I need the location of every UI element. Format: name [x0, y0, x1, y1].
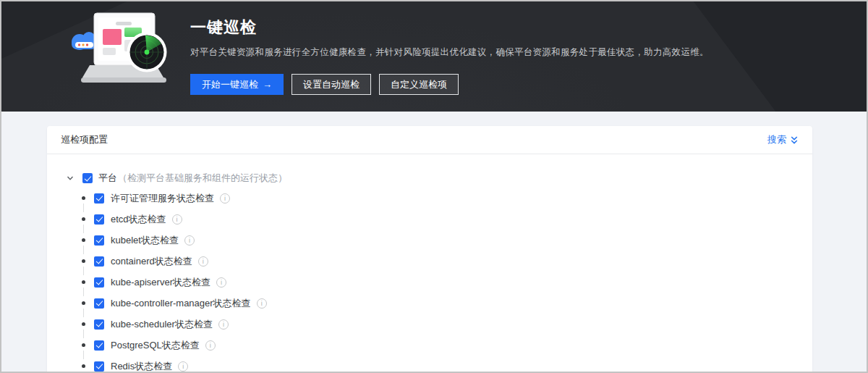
- page-description: 对平台关键资源和服务进行全方位健康检查，并针对风险项提出优化建议，确保平台资源和…: [190, 46, 709, 59]
- inspection-page: 一键巡检 对平台关键资源和服务进行全方位健康检查，并针对风险项提出优化建议，确保…: [0, 0, 868, 373]
- tree-item-license-check: 许可证管理服务状态检查 i: [66, 188, 795, 209]
- hero-buttons: 开始一键巡检 → 设置自动巡检 自定义巡检项: [190, 74, 709, 95]
- tree-node-platform: 平台 （检测平台基础服务和组件的运行状态）: [66, 169, 795, 188]
- arrow-right-icon: →: [263, 79, 272, 90]
- item-label: kube-scheduler状态检查: [111, 318, 213, 331]
- info-icon[interactable]: i: [198, 256, 208, 267]
- search-label: 搜索: [767, 133, 786, 146]
- double-chevron-down-icon: [790, 135, 799, 145]
- auto-inspection-settings-button[interactable]: 设置自动巡检: [292, 74, 371, 95]
- info-icon[interactable]: i: [216, 277, 226, 288]
- item-label: Redis状态检查: [111, 360, 172, 373]
- cloud-icon: [72, 32, 96, 50]
- info-icon[interactable]: i: [218, 319, 229, 330]
- tree-item-kube-controller-manager-check: kube-controller-manager状态检查 i: [66, 293, 795, 314]
- item-checkbox[interactable]: [94, 298, 104, 309]
- radar-icon: [127, 33, 167, 72]
- item-label: kube-controller-manager状态检查: [111, 297, 251, 310]
- bullet-icon: [82, 238, 85, 242]
- start-inspection-label: 开始一键巡检: [202, 78, 258, 91]
- item-checkbox[interactable]: [94, 193, 104, 204]
- bullet-icon: [82, 259, 85, 263]
- item-label: kubelet状态检查: [111, 234, 179, 247]
- tree-item-containerd-check: containerd状态检查 i: [66, 251, 795, 272]
- item-checkbox[interactable]: [94, 256, 104, 267]
- info-icon[interactable]: i: [178, 361, 188, 372]
- search-toggle[interactable]: 搜索: [767, 133, 799, 146]
- item-checkbox[interactable]: [94, 214, 104, 225]
- tree-item-kubelet-check: kubelet状态检查 i: [66, 230, 795, 251]
- item-label: PostgreSQL状态检查: [111, 339, 200, 352]
- item-label: containerd状态检查: [111, 255, 192, 268]
- info-icon[interactable]: i: [172, 214, 182, 225]
- custom-inspection-items-button[interactable]: 自定义巡检项: [379, 74, 459, 95]
- tree-item-redis-check: Redis状态检查 i: [66, 356, 795, 373]
- bullet-icon: [82, 343, 85, 347]
- tree-item-postgresql-check: PostgreSQL状态检查 i: [66, 335, 795, 356]
- custom-inspection-label: 自定义巡检项: [391, 78, 447, 91]
- platform-description: （检测平台基础服务和组件的运行状态）: [118, 172, 287, 185]
- auto-inspection-label: 设置自动巡检: [303, 78, 359, 91]
- inspection-config-card: 巡检项配置 搜索 平台 （检测平台基础服务和组件的运行状态）: [47, 126, 812, 373]
- hero-banner: 一键巡检 对平台关键资源和服务进行全方位健康检查，并针对风险项提出优化建议，确保…: [1, 1, 867, 112]
- inspection-illustration-icon: [65, 6, 175, 106]
- item-checkbox[interactable]: [94, 277, 104, 288]
- card-title: 巡检项配置: [61, 133, 108, 146]
- tree-item-etcd-check: etcd状态检查 i: [66, 209, 795, 230]
- bullet-icon: [82, 301, 85, 305]
- item-label: 许可证管理服务状态检查: [111, 192, 214, 205]
- bullet-icon: [82, 196, 85, 200]
- item-label: kube-apiserver状态检查: [111, 276, 210, 289]
- item-checkbox[interactable]: [94, 340, 104, 351]
- info-icon[interactable]: i: [205, 340, 216, 351]
- page-title: 一键巡检: [190, 17, 709, 38]
- tree-children: 许可证管理服务状态检查 i etcd状态检查 i kubelet状态检查 i: [66, 188, 795, 373]
- card-header: 巡检项配置 搜索: [47, 126, 812, 154]
- platform-checkbox[interactable]: [82, 173, 93, 183]
- item-checkbox[interactable]: [94, 235, 104, 246]
- item-label: etcd状态检查: [111, 213, 166, 226]
- tree-item-kube-apiserver-check: kube-apiserver状态检查 i: [66, 272, 795, 293]
- info-icon[interactable]: i: [220, 193, 230, 204]
- platform-label: 平台: [98, 172, 117, 185]
- tree-item-kube-scheduler-check: kube-scheduler状态检查 i: [66, 314, 795, 335]
- bullet-icon: [82, 364, 85, 368]
- collapse-caret-icon[interactable]: [66, 174, 75, 183]
- start-inspection-button[interactable]: 开始一键巡检 →: [190, 74, 284, 95]
- item-checkbox[interactable]: [94, 319, 104, 330]
- bullet-icon: [82, 280, 85, 284]
- inspection-tree: 平台 （检测平台基础服务和组件的运行状态） 许可证管理服务状态检查 i etcd…: [47, 154, 812, 373]
- info-icon[interactable]: i: [257, 298, 267, 309]
- item-checkbox[interactable]: [94, 361, 104, 372]
- bullet-icon: [82, 217, 85, 221]
- info-icon[interactable]: i: [184, 235, 195, 246]
- bullet-icon: [82, 322, 85, 326]
